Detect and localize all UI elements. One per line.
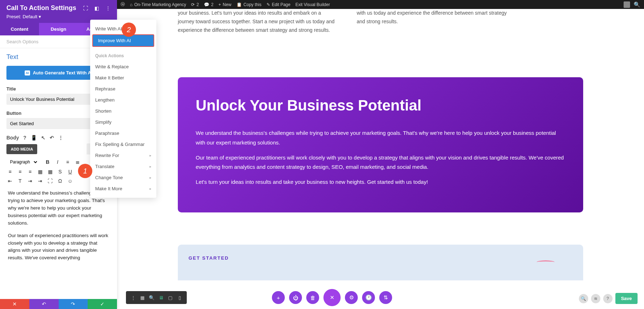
vc-tablet-icon[interactable]: ▢ xyxy=(166,293,175,302)
gear-icon[interactable]: ⚙ xyxy=(345,291,358,304)
layers-icon[interactable]: ≋ xyxy=(591,294,600,303)
change-tone[interactable]: Change Tone▸ xyxy=(90,172,156,183)
sort-icon[interactable]: ⇅ xyxy=(379,291,392,304)
vc-zoom-icon[interactable]: 🔍 xyxy=(147,293,156,302)
cta-p2: Our team of experienced practitioners wi… xyxy=(196,153,565,172)
ai-dropdown-menu: Write With AI Improve With AI Quick Acti… xyxy=(90,20,156,198)
expand-icon[interactable]: ⛶ xyxy=(83,5,88,11)
chevron-right-icon: ▸ xyxy=(150,187,151,191)
builder-circle-controls: + ⏻ 🗑 ✕ ⚙ 🕐 ⇅ xyxy=(272,289,392,306)
paragraph-select[interactable]: Paragraph xyxy=(6,158,38,166)
close-icon[interactable]: ✕ xyxy=(323,289,341,306)
bold-icon[interactable]: B xyxy=(44,159,51,165)
vc-desktop-icon[interactable]: 🖥 xyxy=(157,293,165,302)
add-media-button[interactable]: ADD MEDIA xyxy=(6,144,37,154)
cta-card[interactable]: Unlock Your Business Potential We unders… xyxy=(178,77,583,212)
save-button[interactable]: Save xyxy=(615,293,638,304)
more-icon[interactable]: ⋮ xyxy=(106,5,111,11)
panel-title: Call To Action Settings xyxy=(6,4,76,12)
rephrase[interactable]: Rephrase xyxy=(90,83,156,94)
get-started-title: GET STARTED xyxy=(178,255,583,261)
cell-icon[interactable]: ▦ xyxy=(47,169,54,175)
preset-selector[interactable]: Preset: Default ▾ xyxy=(6,14,111,19)
clock-icon[interactable]: 🕐 xyxy=(362,291,375,304)
lengthen[interactable]: Lengthen xyxy=(90,94,156,106)
simplify[interactable]: Simplify xyxy=(90,117,156,128)
help-small-icon[interactable]: ? xyxy=(603,294,613,303)
text-col-2: with us today and experience the differe… xyxy=(357,9,514,34)
trash-icon[interactable]: 🗑 xyxy=(306,291,319,304)
vc-phone-icon[interactable]: ▯ xyxy=(175,293,184,302)
cancel-button[interactable]: ✕ xyxy=(0,299,29,309)
omega-icon[interactable]: Ω xyxy=(57,178,64,184)
user-avatar[interactable] xyxy=(624,1,630,8)
align-center-icon[interactable]: ≡ xyxy=(16,169,24,175)
callout-2: 2 xyxy=(122,23,136,37)
updates-count[interactable]: ⟳2 xyxy=(191,2,199,7)
make-it-better[interactable]: Make It Better xyxy=(90,72,156,83)
table-icon[interactable]: ▦ xyxy=(36,169,44,175)
ul-icon[interactable]: ≡ xyxy=(64,159,71,165)
comments-count[interactable]: 💬2 xyxy=(204,2,214,7)
redo-button[interactable]: ↷ xyxy=(59,299,88,309)
underline-icon[interactable]: U xyxy=(67,169,74,175)
search-small-icon[interactable]: 🔍 xyxy=(579,294,588,303)
tab-content[interactable]: Content xyxy=(0,23,39,35)
dock-icon[interactable]: ◧ xyxy=(94,5,99,11)
vc-wireframe-icon[interactable]: ▦ xyxy=(138,293,147,302)
body-label: Body xyxy=(6,135,19,141)
align-left-icon[interactable]: ≡ xyxy=(6,169,14,175)
wp-logo-icon[interactable]: ⓦ xyxy=(121,1,125,8)
right-controls: 🔍 ≋ ? Save xyxy=(579,293,638,304)
more-vert-icon[interactable]: ⋮ xyxy=(58,135,63,141)
improve-with-ai[interactable]: Improve With AI xyxy=(92,34,154,47)
add-icon[interactable]: + xyxy=(272,291,285,304)
tab-design[interactable]: Design xyxy=(39,23,78,35)
quick-actions-header: Quick Actions xyxy=(90,50,156,61)
cta-p3: Let's turn your ideas into results and t… xyxy=(196,177,565,187)
power-icon[interactable]: ⏻ xyxy=(289,291,302,304)
help-icon[interactable]: ? xyxy=(23,135,26,141)
rewrite-for[interactable]: Rewrite For▸ xyxy=(90,150,156,161)
strike-icon[interactable]: S xyxy=(57,169,64,175)
cta-p1: We understand the business's challenges … xyxy=(196,128,565,147)
emoji-icon[interactable]: ☺ xyxy=(67,178,74,184)
callout-1: 1 xyxy=(78,164,92,178)
make-it-more[interactable]: Make It More▸ xyxy=(90,183,156,194)
get-started-section[interactable]: GET STARTED xyxy=(178,245,583,280)
fix-spelling[interactable]: Fix Spelling & Grammar xyxy=(90,139,156,150)
outdent-icon[interactable]: ⇤ xyxy=(6,178,14,184)
paraphrase[interactable]: Paraphrase xyxy=(90,128,156,139)
cursor-icon[interactable]: ↖ xyxy=(41,135,45,141)
write-replace[interactable]: Write & Replace xyxy=(90,61,156,72)
fullscreen-icon[interactable]: ⛶ xyxy=(47,178,54,184)
vc-more-icon[interactable]: ⋮ xyxy=(129,293,137,302)
text-icon[interactable]: T xyxy=(16,178,24,184)
indent2-icon[interactable]: ⇥ xyxy=(36,178,44,184)
ai-badge-icon: AI xyxy=(25,70,30,75)
view-controls: ⋮ ▦ 🔍 🖥 ▢ ▯ xyxy=(126,291,187,304)
undo-button[interactable]: ↶ xyxy=(29,299,59,309)
copy-this[interactable]: 📋Copy this xyxy=(236,2,262,7)
translate[interactable]: Translate▸ xyxy=(90,161,156,172)
page-canvas: your business. Let's turn your ideas int… xyxy=(117,9,644,309)
new-content[interactable]: +New xyxy=(219,2,231,7)
panel-bottom-actions: ✕ ↶ ↷ ✓ xyxy=(0,299,117,309)
edit-page[interactable]: ✎Edit Page xyxy=(267,2,291,7)
cta-heading: Unlock Your Business Potential xyxy=(196,97,565,114)
confirm-button[interactable]: ✓ xyxy=(88,299,117,309)
italic-icon[interactable]: I xyxy=(54,159,61,165)
ol-icon[interactable]: ≣ xyxy=(74,159,81,165)
chevron-down-icon: ▾ xyxy=(39,14,41,19)
device-icon[interactable]: 📱 xyxy=(31,135,37,141)
undo-icon[interactable]: ↶ xyxy=(50,135,54,141)
shorten[interactable]: Shorten xyxy=(90,106,156,117)
exit-visual-builder[interactable]: Exit Visual Builder xyxy=(296,2,330,7)
site-name[interactable]: ⌂On-Time Marketing Agency xyxy=(130,2,186,7)
body-editor[interactable]: We understand the business's challenges … xyxy=(6,186,111,270)
search-icon[interactable]: 🔍 xyxy=(634,1,640,8)
chevron-right-icon: ▸ xyxy=(150,165,151,168)
decoration-swoosh xyxy=(537,260,555,264)
align-right-icon[interactable]: ≡ xyxy=(26,169,34,175)
indent-icon[interactable]: ⇥ xyxy=(26,178,34,184)
